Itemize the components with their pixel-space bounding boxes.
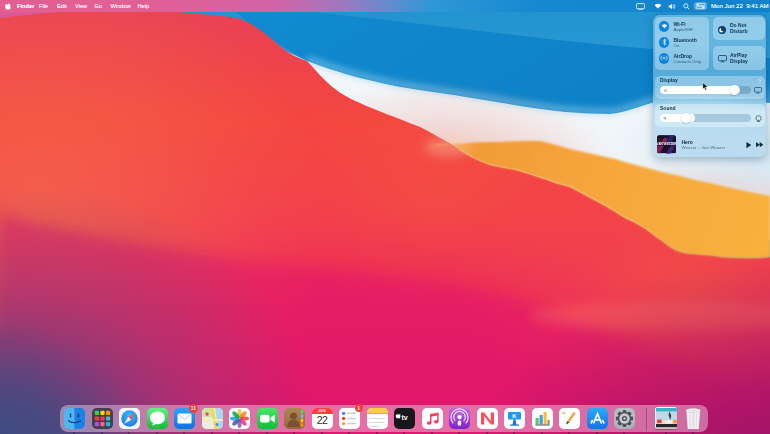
svg-text:“: “	[562, 410, 566, 419]
svg-text:VAN WEEZER: VAN WEEZER	[657, 143, 676, 147]
svg-text:tv: tv	[402, 414, 408, 421]
svg-text:K: K	[512, 413, 517, 419]
